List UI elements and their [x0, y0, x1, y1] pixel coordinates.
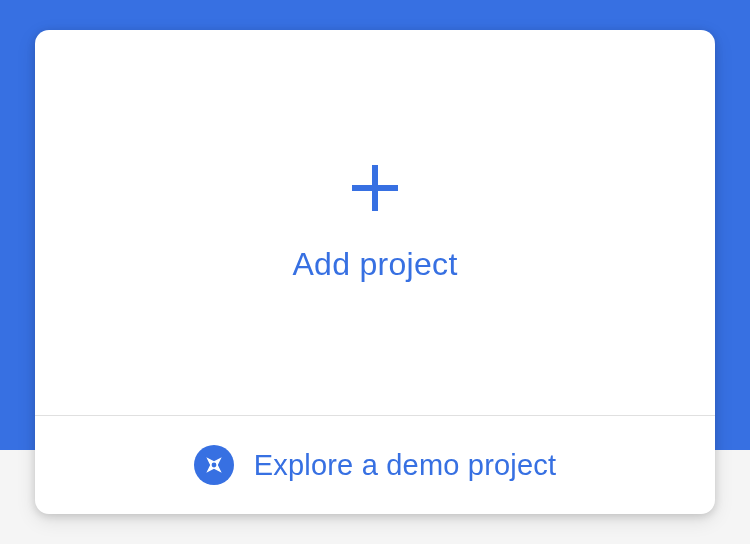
explore-demo-label: Explore a demo project: [254, 449, 557, 482]
project-card: Add project Explore a demo project: [35, 30, 715, 514]
plus-icon: [349, 162, 401, 214]
svg-point-2: [211, 463, 216, 468]
compass-icon: [194, 445, 234, 485]
svg-rect-1: [352, 185, 398, 191]
explore-demo-button[interactable]: Explore a demo project: [35, 416, 715, 514]
add-project-button[interactable]: Add project: [35, 30, 715, 415]
add-project-label: Add project: [292, 246, 457, 283]
